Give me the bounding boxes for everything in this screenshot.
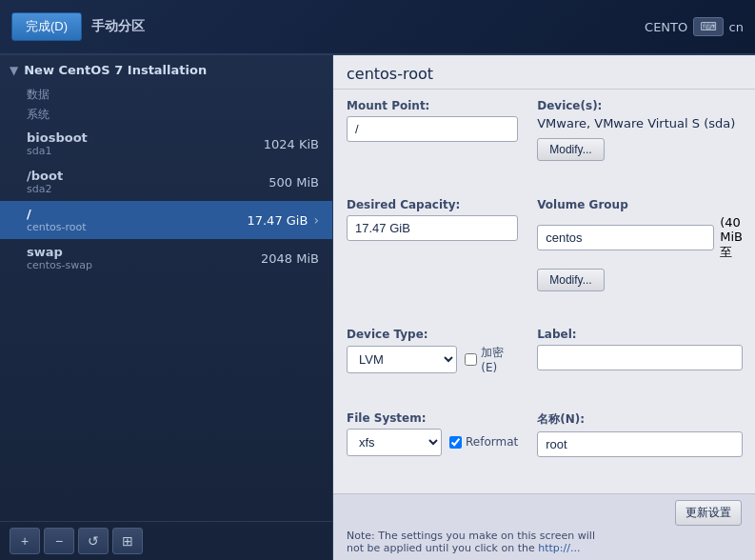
reformat-checkbox-label[interactable]: Reformat <box>449 435 518 449</box>
kbd-lang-label: cn <box>729 20 744 34</box>
filesystem-row: xfs ext4 ext3 swap Reformat <box>347 429 518 456</box>
encrypt-checkbox-label[interactable]: 加密(E) <box>465 345 518 374</box>
right-panel: centos-root Mount Point: Device(s): VMwa… <box>333 55 755 560</box>
partition-boot-sub: sda2 <box>27 183 63 195</box>
reformat-label-text: Reformat <box>466 435 518 449</box>
extra-button[interactable]: ⊞ <box>112 528 143 554</box>
desired-capacity-label: Desired Capacity: <box>347 198 518 211</box>
note-text2: not be applied until you click on the <box>347 542 535 554</box>
collapse-icon[interactable]: ▼ <box>10 64 18 77</box>
filesystem-label: File System: <box>347 411 518 425</box>
device-type-label: Device Type: <box>347 328 518 341</box>
label-group: Label: <box>537 328 743 402</box>
partition-biosboot-name: biosboot <box>27 130 88 145</box>
filesystem-group: File System: xfs ext4 ext3 swap Reformat <box>347 411 518 485</box>
name-input[interactable] <box>537 431 743 457</box>
tree-header: ▼ New CentOS 7 Installation <box>0 55 332 85</box>
modify-vg-button[interactable]: Modify... <box>537 269 604 291</box>
partition-biosboot-size: 1024 KiB <box>264 137 319 151</box>
partition-root-name: / <box>27 207 87 221</box>
device-type-select[interactable]: LVM Standard RAID <box>347 346 457 373</box>
devices-value: VMware, VMware Virtual S (sda) <box>537 116 743 130</box>
partition-boot-size: 500 MiB <box>268 175 319 190</box>
modify-devices-button[interactable]: Modify... <box>537 138 604 161</box>
page-title: 手动分区 <box>91 18 145 35</box>
devices-label: Device(s): <box>537 99 743 112</box>
volume-group-label: Volume Group <box>537 198 743 211</box>
encrypt-checkbox[interactable] <box>465 353 477 366</box>
partition-root-right: 17.47 GiB › <box>247 212 319 228</box>
partition-boot-info: /boot sda2 <box>27 169 63 195</box>
bottom-toolbar: + − ↺ ⊞ <box>0 521 332 560</box>
label-label: Label: <box>537 328 743 341</box>
partition-detail-title: centos-root <box>333 55 755 90</box>
volume-group-input[interactable] <box>537 225 714 250</box>
partition-swap-name: swap <box>27 245 92 259</box>
update-settings-button[interactable]: 更新设置 <box>675 500 742 526</box>
add-partition-button[interactable]: + <box>10 528 40 554</box>
partition-root[interactable]: / centos-root 17.47 GiB › <box>0 201 332 239</box>
reformat-checkbox[interactable] <box>449 436 462 449</box>
top-bar-right: CENTO ⌨ cn <box>645 17 744 36</box>
tree-title: New CentOS 7 Installation <box>24 63 207 77</box>
mount-point-label: Mount Point: <box>347 99 518 112</box>
encrypt-label: 加密(E) <box>481 345 518 374</box>
volume-group-size: (40 MiB 至 <box>720 215 743 261</box>
partition-root-sub: centos-root <box>27 221 87 233</box>
volume-input-row: (40 MiB 至 <box>537 215 743 261</box>
category-data: 数据 <box>0 85 332 105</box>
partition-biosboot[interactable]: biosboot sda1 1024 KiB <box>0 125 332 163</box>
partition-biosboot-sub: sda1 <box>27 145 88 157</box>
desired-capacity-input[interactable] <box>347 215 518 241</box>
device-type-group: Device Type: LVM Standard RAID 加密(E) <box>347 328 518 402</box>
partition-biosboot-right: 1024 KiB <box>264 137 319 151</box>
partition-swap-size: 2048 MiB <box>261 251 319 266</box>
partition-swap[interactable]: swap centos-swap 2048 MiB <box>0 239 332 277</box>
mount-point-input[interactable] <box>347 116 518 142</box>
category-system: 系统 <box>0 105 332 125</box>
mount-point-group: Mount Point: <box>347 99 518 189</box>
desired-capacity-group: Desired Capacity: <box>347 198 518 319</box>
cento-label: CENTO <box>645 20 687 34</box>
label-input[interactable] <box>537 345 743 370</box>
partition-biosboot-info: biosboot sda1 <box>27 130 88 157</box>
partition-boot[interactable]: /boot sda2 500 MiB <box>0 163 332 201</box>
partition-root-size: 17.47 GiB <box>247 213 308 228</box>
partition-boot-right: 500 MiB <box>268 175 319 190</box>
top-bar-left: 完成(D) 手动分区 <box>11 12 145 41</box>
filesystem-select[interactable]: xfs ext4 ext3 swap <box>347 429 442 456</box>
remove-partition-button[interactable]: − <box>44 528 74 554</box>
note-text: Note: The settings you make on this scre… <box>347 530 595 542</box>
partition-swap-right: 2048 MiB <box>261 251 319 266</box>
devices-group: Device(s): VMware, VMware Virtual S (sda… <box>537 99 743 189</box>
main-content: ▼ New CentOS 7 Installation 数据 系统 biosbo… <box>0 55 755 560</box>
note-bar: 更新设置 Note: The settings you make on this… <box>333 493 755 560</box>
partition-swap-sub: centos-swap <box>27 259 92 271</box>
form-body: Mount Point: Device(s): VMware, VMware V… <box>333 90 755 493</box>
left-panel: ▼ New CentOS 7 Installation 数据 系统 biosbo… <box>0 55 333 560</box>
done-button[interactable]: 完成(D) <box>11 12 82 41</box>
name-group: 名称(N): <box>537 411 743 485</box>
refresh-button[interactable]: ↺ <box>78 528 109 554</box>
volume-group-section: Volume Group (40 MiB 至 Modify... <box>537 198 743 319</box>
name-label: 名称(N): <box>537 411 743 428</box>
top-bar: 完成(D) 手动分区 CENTO ⌨ cn <box>0 0 755 55</box>
device-type-row: LVM Standard RAID 加密(E) <box>347 345 518 374</box>
partition-swap-info: swap centos-swap <box>27 245 92 271</box>
note-link: http://... <box>538 542 580 554</box>
chevron-right-icon: › <box>313 212 319 228</box>
partition-root-info: / centos-root <box>27 207 87 233</box>
partition-boot-name: /boot <box>27 169 63 183</box>
keyboard-icon: ⌨ <box>693 17 723 36</box>
